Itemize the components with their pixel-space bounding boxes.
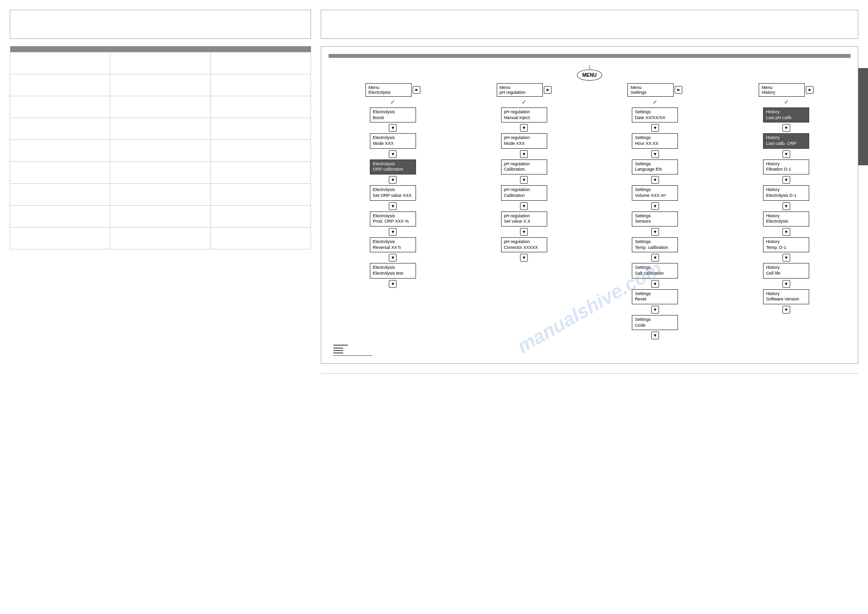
menu-header-0: Menu Electrolysis: [365, 83, 412, 97]
down-arrow-2-2[interactable]: ▼: [651, 176, 659, 184]
flowchart-container: ↓ MENU Menu Electrolysis▼✓Electrolysis B…: [321, 46, 858, 364]
down-arrow-0-5[interactable]: ▼: [389, 254, 397, 262]
table-cell-5-2: [210, 162, 311, 184]
col-header-3: [210, 46, 311, 53]
down-arrow-3-3[interactable]: ▼: [782, 202, 790, 210]
table-cell-2-2: [210, 96, 311, 118]
down-arrow-0-1[interactable]: ▼: [389, 150, 397, 158]
menu-item-2-2[interactable]: Settings Language EN: [632, 159, 678, 175]
menu-item-0-4[interactable]: Electrolysis Prod. ORP XXX %: [370, 211, 416, 227]
col-header-row-0: Menu Electrolysis▼: [329, 83, 457, 97]
menu-item-0-0[interactable]: Electrolysis Boost: [370, 107, 416, 123]
col-header-row-2: Menu Settings▼: [591, 83, 720, 97]
menu-item-0-1[interactable]: Electrolysis Mode XXX: [370, 133, 416, 148]
menu-item-2-3[interactable]: Settings Volume XXX m³: [632, 185, 678, 200]
down-arrow-3-2[interactable]: ▼: [782, 176, 790, 184]
down-arrow-2-7[interactable]: ▼: [651, 306, 659, 314]
down-arrow-0-4[interactable]: ▼: [389, 228, 397, 236]
menu-item-3-7[interactable]: History Software Version: [763, 289, 809, 304]
down-arrow-2-5[interactable]: ▼: [651, 254, 659, 262]
check-icon-3: ✓: [784, 99, 789, 105]
down-arrow-1-4[interactable]: ▼: [520, 228, 528, 236]
menu-item-3-0[interactable]: History Last pH calib.: [763, 107, 809, 123]
menu-item-3-3[interactable]: History Electrolysis D-1: [763, 185, 809, 200]
side-tab: [858, 68, 868, 165]
menu-item-1-0[interactable]: pH regulation Manual inject.: [501, 107, 547, 123]
down-arrow-2-8[interactable]: ▼: [651, 332, 659, 339]
menu-item-3-6[interactable]: History Cell life: [763, 263, 809, 278]
legend-section: [329, 345, 851, 356]
down-arrow-2-0[interactable]: ▼: [651, 124, 659, 132]
menu-header-2: Menu Settings: [627, 83, 674, 97]
menu-item-2-1[interactable]: Settings Hour XX:XX: [632, 133, 678, 148]
down-arrow-1-3[interactable]: ▼: [520, 202, 528, 210]
left-header-box: [10, 10, 311, 39]
flow-col-col2: Menu pH regulation▼✓pH regulation Manual…: [460, 83, 589, 262]
menu-item-2-4[interactable]: Settings Sensors: [632, 211, 678, 227]
table-cell-8-2: [210, 228, 311, 249]
flowchart-header: [329, 54, 851, 58]
table-cell-6-2: [210, 184, 311, 206]
table-cell-5-0: [10, 162, 110, 184]
down-arrow-2-6[interactable]: ▼: [651, 280, 659, 288]
down-arrow-2-1[interactable]: ▼: [651, 150, 659, 158]
menu-item-1-1[interactable]: pH regulation Mode XXX: [501, 133, 547, 148]
down-arrow-1-0[interactable]: ▼: [520, 124, 528, 132]
right-panel: manualshive.com ↓ MENU Menu Electrolysis…: [321, 10, 858, 604]
flow-columns: Menu Electrolysis▼✓Electrolysis Boost▼El…: [329, 83, 851, 340]
down-arrow-3-6[interactable]: ▼: [782, 280, 790, 288]
down-arrow-3-4[interactable]: ▼: [782, 228, 790, 236]
menu-item-0-2[interactable]: Electrolysis ORP calibration: [370, 159, 416, 175]
menu-start: ↓ MENU: [329, 63, 851, 81]
legend-line-1: [333, 348, 851, 349]
menu-item-2-0[interactable]: Settings Date XX/XX/XX: [632, 107, 678, 123]
down-arrow-2-3[interactable]: ▼: [651, 202, 659, 210]
down-arrow-1-1[interactable]: ▼: [520, 150, 528, 158]
nav-arrow-right-2[interactable]: ▼: [675, 86, 682, 94]
menu-item-1-4[interactable]: pH regulation Set value X.X: [501, 211, 547, 227]
nav-arrow-right-1[interactable]: ▼: [544, 86, 552, 94]
down-arrow-1-2[interactable]: ▼: [520, 176, 528, 184]
flow-col-col4: Menu History▼✓History Last pH calib.▼His…: [722, 83, 851, 314]
menu-item-0-3[interactable]: Electrolysis Set ORP value XXX: [370, 185, 416, 200]
down-arrow-0-6[interactable]: ▼: [389, 280, 397, 288]
menu-item-0-5[interactable]: Electrolysis Reversal XX h: [370, 237, 416, 252]
menu-item-2-5[interactable]: Settings Temp. calibration: [632, 237, 678, 252]
down-arrow-0-2[interactable]: ▼: [389, 176, 397, 184]
down-arrow-3-0[interactable]: ▼: [782, 124, 790, 132]
menu-item-2-8[interactable]: Settings Code: [632, 315, 678, 330]
table-cell-7-2: [210, 206, 311, 228]
menu-item-3-4[interactable]: History Electrolysis: [763, 211, 809, 227]
menu-item-1-2[interactable]: pH regulation Calibration.: [501, 159, 547, 175]
down-arrow-3-1[interactable]: ▼: [782, 150, 790, 158]
table-cell-1-0: [10, 74, 110, 96]
menu-header-3: Menu History: [759, 83, 805, 97]
down-arrow-3-5[interactable]: ▼: [782, 254, 790, 262]
menu-item-3-1[interactable]: History Last calib. ORP: [763, 133, 809, 148]
menu-item-2-6[interactable]: Settings Salt calibration: [632, 263, 678, 278]
table-cell-3-1: [110, 118, 210, 140]
table-cell-2-0: [10, 96, 110, 118]
nav-arrow-right-0[interactable]: ▼: [413, 86, 420, 94]
flow-col-col3: Menu Settings▼✓Settings Date XX/XX/XX▼Se…: [591, 83, 720, 340]
menu-item-3-2[interactable]: History Filtration D-1: [763, 159, 809, 175]
col-header-2: [110, 46, 210, 53]
menu-item-3-5[interactable]: History Temp. D-1: [763, 237, 809, 252]
down-arrow-2-4[interactable]: ▼: [651, 228, 659, 236]
down-arrow-3-7[interactable]: ▼: [782, 306, 790, 314]
down-arrow-0-0[interactable]: ▼: [389, 124, 397, 132]
menu-oval: MENU: [577, 70, 602, 81]
menu-header-1: Menu pH regulation: [497, 83, 543, 97]
menu-item-1-5[interactable]: pH regulation Corrector XXXXX: [501, 237, 547, 252]
check-icon-2: ✓: [653, 99, 658, 105]
table-cell-4-2: [210, 140, 311, 162]
legend-line-2: [333, 350, 851, 351]
down-arrow-0-3[interactable]: ▼: [389, 202, 397, 210]
menu-item-0-6[interactable]: Electrolysis Electrolysis test: [370, 263, 416, 278]
table-cell-0-1: [110, 53, 210, 74]
nav-arrow-last[interactable]: ▼: [806, 86, 814, 94]
down-arrow-1-5[interactable]: ▼: [520, 254, 528, 262]
menu-item-1-3[interactable]: pH regulation Calibration: [501, 185, 547, 200]
menu-item-2-7[interactable]: Settings Reset: [632, 289, 678, 304]
col-header-row-1: Menu pH regulation▼: [460, 83, 589, 97]
